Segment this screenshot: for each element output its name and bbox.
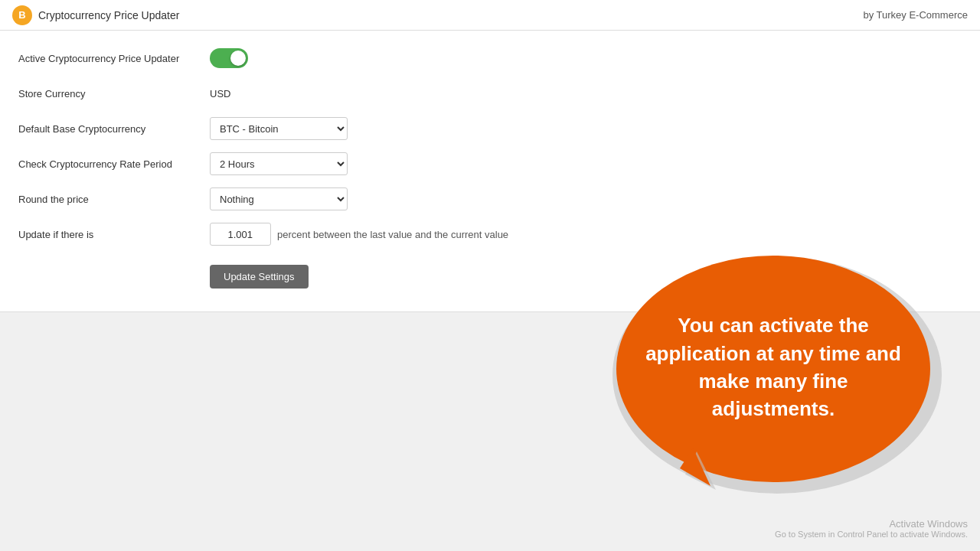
- update-if-label: Update if there is: [18, 229, 210, 240]
- header-left: B Cryptocurrency Price Updater: [12, 5, 179, 25]
- brand-label: by Turkey E-Commerce: [863, 9, 968, 21]
- default-base-label: Default Base Cryptocurrency: [18, 123, 210, 135]
- active-toggle-row: Active Cryptocurrency Price Updater: [18, 46, 962, 70]
- default-base-row: Default Base Cryptocurrency BTC - Bitcoi…: [18, 116, 962, 141]
- update-if-row: Update if there is percent between the l…: [18, 222, 962, 246]
- main-content: Active Cryptocurrency Price Updater Stor…: [0, 31, 980, 551]
- speech-bubble-container: You can activate the application at any …: [612, 253, 957, 528]
- active-label: Active Cryptocurrency Price Updater: [18, 53, 210, 64]
- windows-activate-title: Activate Windows: [775, 518, 968, 530]
- store-currency-label: Store Currency: [18, 88, 210, 99]
- update-if-suffix: percent between the last value and the c…: [277, 229, 508, 240]
- update-if-input[interactable]: [210, 223, 271, 246]
- bubble-text: You can activate the application at any …: [635, 311, 911, 423]
- bubble-text-wrapper: You can activate the application at any …: [635, 276, 911, 459]
- store-currency-row: Store Currency USD: [18, 81, 962, 106]
- round-price-select[interactable]: Nothing 0 0.5 1 2: [210, 187, 348, 210]
- check-period-select[interactable]: 1 Hour 2 Hours 4 Hours 6 Hours 12 Hours …: [210, 152, 348, 175]
- app-header: B Cryptocurrency Price Updater by Turkey…: [0, 0, 980, 31]
- app-icon: B: [12, 5, 32, 25]
- windows-activate: Activate Windows Go to System in Control…: [775, 518, 968, 539]
- check-period-row: Check Cryptocurrency Rate Period 1 Hour …: [18, 152, 962, 176]
- app-title: Cryptocurrency Price Updater: [38, 9, 179, 21]
- windows-activate-desc: Go to System in Control Panel to activat…: [775, 530, 968, 539]
- active-toggle[interactable]: [210, 48, 248, 68]
- toggle-thumb: [230, 51, 246, 66]
- toggle-track[interactable]: [210, 48, 248, 68]
- round-price-row: Round the price Nothing 0 0.5 1 2: [18, 187, 962, 211]
- default-base-select[interactable]: BTC - Bitcoin ETH - Ethereum LTC - Litec…: [210, 117, 348, 140]
- round-price-label: Round the price: [18, 194, 210, 205]
- store-currency-value: USD: [210, 88, 230, 99]
- update-settings-button[interactable]: Update Settings: [210, 265, 309, 289]
- check-period-label: Check Cryptocurrency Rate Period: [18, 158, 210, 170]
